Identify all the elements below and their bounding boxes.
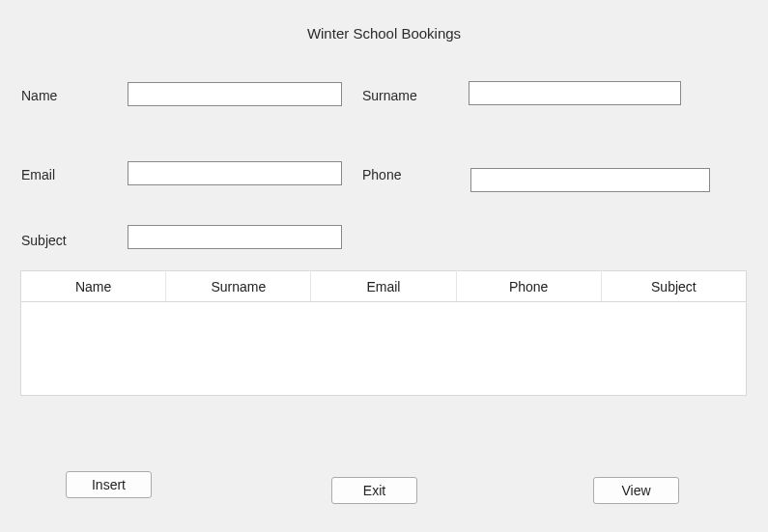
email-input[interactable] bbox=[128, 161, 342, 185]
insert-button[interactable]: Insert bbox=[66, 471, 152, 498]
name-label: Name bbox=[21, 88, 57, 103]
table-body-empty bbox=[21, 302, 747, 396]
subject-label: Subject bbox=[21, 233, 67, 248]
view-button[interactable]: View bbox=[593, 477, 679, 504]
column-header-surname[interactable]: Surname bbox=[166, 271, 311, 302]
surname-input[interactable] bbox=[469, 81, 681, 105]
surname-label: Surname bbox=[362, 88, 417, 103]
phone-input[interactable] bbox=[470, 168, 710, 192]
column-header-name[interactable]: Name bbox=[21, 271, 166, 302]
table-header-row: Name Surname Email Phone Subject bbox=[21, 271, 747, 302]
page-title: Winter School Bookings bbox=[0, 25, 768, 42]
phone-label: Phone bbox=[362, 167, 401, 182]
column-header-subject[interactable]: Subject bbox=[601, 271, 746, 302]
exit-button[interactable]: Exit bbox=[331, 477, 417, 504]
column-header-email[interactable]: Email bbox=[311, 271, 456, 302]
email-label: Email bbox=[21, 167, 55, 182]
name-input[interactable] bbox=[128, 82, 342, 106]
column-header-phone[interactable]: Phone bbox=[456, 271, 601, 302]
subject-input[interactable] bbox=[128, 225, 342, 249]
bookings-table: Name Surname Email Phone Subject bbox=[20, 270, 747, 396]
